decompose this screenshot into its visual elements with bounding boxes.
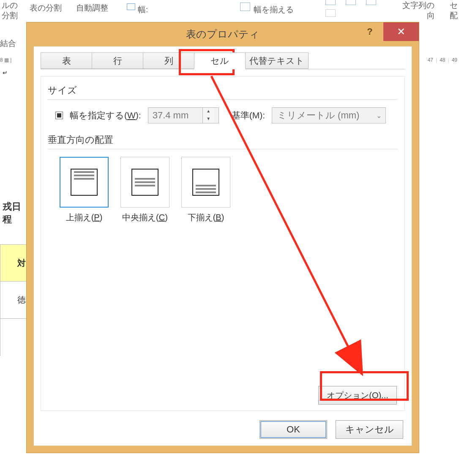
help-button[interactable]: ? — [360, 24, 380, 39]
size-row: 幅を指定する(W): ▲▼ 基準(M): ミリメートル (mm) ⌄ — [48, 107, 398, 123]
valign-center[interactable]: 中央揃え(C) — [120, 157, 169, 223]
tab-alt-text[interactable]: 代替テキスト — [245, 52, 309, 69]
spin-down-icon: ▼ — [203, 115, 214, 123]
ribbon-text: 表の分割 — [30, 3, 62, 14]
spin-up-icon: ▲ — [203, 108, 214, 115]
table-cell: 徳 — [0, 282, 30, 319]
ruler-mark: 49 — [452, 57, 457, 63]
cell-tab-panel: サイズ 幅を指定する(W): ▲▼ 基準(M): ミリメートル (mm) ⌄ 垂… — [41, 76, 405, 411]
width-spinner[interactable]: ▲▼ — [148, 107, 219, 123]
base-unit-value: ミリメートル (mm) — [272, 109, 373, 122]
align-icon — [366, 0, 376, 5]
table-properties-dialog: 表のプロパティ ? ✕ 表 行 列 セル 代替テキスト サイズ 幅を指定する(W… — [26, 22, 419, 453]
dialog-client: 表 行 列 セル 代替テキスト サイズ 幅を指定する(W): ▲▼ 基準(M):… — [33, 46, 412, 446]
divider — [48, 149, 398, 149]
dialog-titlebar[interactable]: 表のプロパティ ? ✕ — [27, 22, 419, 43]
close-button[interactable]: ✕ — [383, 22, 419, 41]
valign-bottom[interactable]: 下揃え(B) — [181, 157, 230, 223]
tab-row[interactable]: 行 — [92, 52, 143, 69]
align-icon — [346, 0, 356, 5]
tab-strip: 表 行 列 セル 代替テキスト — [41, 52, 308, 69]
width-checkbox-label[interactable]: 幅を指定する(W): — [70, 109, 141, 121]
dialog-buttons: OK キャンセル — [260, 420, 403, 439]
table-cell — [0, 319, 30, 356]
document-behind: ↵ 戎日程 対 徳 — [0, 68, 30, 476]
table-header-cell: 対 — [0, 244, 30, 282]
valign-top-label: 上揃え(P) — [60, 212, 109, 223]
valign-center-label: 中央揃え(C) — [120, 212, 169, 223]
paragraph-mark: ↵ — [0, 68, 30, 135]
ruler-mark: | — [436, 57, 437, 63]
ribbon-text: 分割 — [2, 10, 18, 21]
options-button[interactable]: オプション(O)... — [318, 386, 397, 405]
ribbon-text: 結合 — [0, 38, 16, 49]
ribbon-text: 幅: — [138, 4, 148, 15]
tab-table[interactable]: 表 — [41, 52, 92, 69]
chevron-down-icon: ⌄ — [373, 112, 385, 120]
distribute-icon — [240, 3, 250, 11]
autofit-icon — [127, 3, 135, 10]
section-valign: 垂直方向の配置 — [48, 134, 398, 146]
ok-button[interactable]: OK — [260, 420, 327, 439]
ribbon-text: 文字列の — [402, 0, 434, 11]
base-unit-combo[interactable]: ミリメートル (mm) ⌄ — [272, 107, 386, 123]
ribbon-text: 向 — [427, 10, 435, 21]
section-size: サイズ — [48, 84, 398, 97]
width-checkbox[interactable] — [55, 112, 63, 119]
ribbon-text: 配 — [450, 10, 458, 21]
tab-column[interactable]: 列 — [143, 52, 194, 69]
ribbon-text: ルの — [2, 0, 18, 11]
align-icon — [325, 9, 336, 17]
width-input[interactable] — [148, 108, 202, 123]
ruler-mark: 48 — [440, 57, 445, 63]
ribbon-text: セ — [450, 0, 458, 11]
ribbon-text: 自動調整 — [76, 3, 108, 14]
spinner-arrows[interactable]: ▲▼ — [202, 108, 214, 123]
ruler-left: 8 ▦ | — [0, 57, 11, 63]
ruler-mark: 47 — [428, 57, 433, 63]
divider — [48, 99, 398, 100]
ribbon-text: 幅を揃える — [254, 4, 294, 15]
cancel-button[interactable]: キャンセル — [336, 420, 403, 439]
base-label: 基準(M): — [232, 109, 265, 121]
valign-bottom-label: 下揃え(B) — [181, 212, 230, 223]
doc-text: 戎日程 — [0, 199, 30, 227]
valign-top[interactable]: 上揃え(P) — [60, 157, 109, 223]
tab-cell[interactable]: セル — [194, 52, 246, 69]
valign-options: 上揃え(P) 中央揃え(C) 下揃え(B) — [48, 157, 398, 223]
align-icon — [325, 0, 336, 5]
ruler-mark: | — [448, 57, 449, 63]
